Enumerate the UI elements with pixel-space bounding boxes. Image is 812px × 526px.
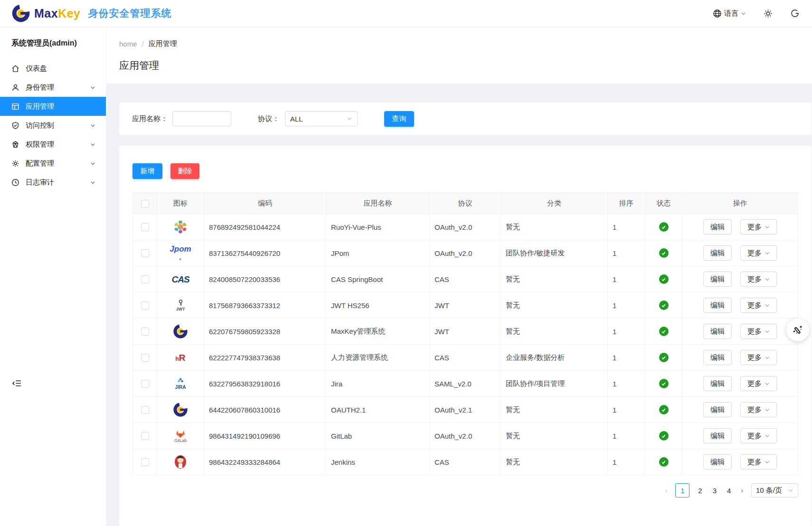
- app-name: OAUTH2.1: [326, 397, 430, 423]
- app-name: RuoYi-Vue-Plus: [326, 214, 430, 240]
- page-size-value: 10 条/页: [756, 486, 782, 495]
- app-protocol: CAS: [430, 266, 501, 292]
- sidebar-item-label: 配置管理: [26, 159, 54, 168]
- app-code: 876892492581044224: [204, 214, 326, 240]
- app-code: 986432249333284864: [204, 449, 326, 475]
- more-button[interactable]: 更多: [740, 350, 777, 365]
- row-checkbox[interactable]: [141, 458, 149, 466]
- more-button[interactable]: 更多: [740, 245, 777, 261]
- gear-icon: [11, 160, 19, 168]
- app-code: 622227747938373638: [204, 345, 326, 371]
- col-header-status: 状态: [645, 193, 682, 214]
- col-header-name: 应用名称: [326, 193, 430, 214]
- sidebar-item-label: 日志审计: [26, 178, 54, 187]
- breadcrumb-home-link[interactable]: home: [119, 40, 137, 48]
- breadcrumb: home / 应用管理: [119, 39, 812, 48]
- app-sort: 1: [608, 319, 645, 345]
- more-button[interactable]: 更多: [740, 376, 777, 391]
- more-button[interactable]: 更多: [740, 219, 777, 235]
- settings-button[interactable]: [763, 9, 773, 19]
- app-code: 622076759805923328: [204, 319, 326, 345]
- sidebar-item-label: 身份管理: [26, 83, 54, 92]
- row-checkbox[interactable]: [141, 223, 149, 231]
- app-protocol: OAuth_v2.1: [430, 397, 501, 423]
- edit-button[interactable]: 编辑: [703, 324, 732, 339]
- app-category: 暂无: [501, 319, 608, 345]
- app-sort: 1: [608, 292, 645, 319]
- app-category: 暂无: [501, 449, 608, 475]
- brand-name: MaxKey: [34, 7, 81, 20]
- sidebar-item-dashboard[interactable]: 仪表盘: [0, 59, 106, 78]
- chevron-down-icon: [90, 85, 95, 90]
- app-name: MaxKey管理系统: [326, 319, 430, 345]
- row-checkbox[interactable]: [141, 432, 149, 440]
- sidebar-item-applications[interactable]: 应用管理: [0, 97, 106, 116]
- col-header-actions: 操作: [682, 193, 798, 214]
- jenkins-logo: [174, 454, 187, 470]
- prev-page-button[interactable]: ‹: [664, 487, 669, 494]
- row-checkbox[interactable]: [141, 301, 149, 310]
- app-sort: 1: [608, 371, 645, 397]
- page-button-3[interactable]: 3: [711, 487, 718, 495]
- edit-button[interactable]: 编辑: [703, 350, 732, 365]
- logout-button[interactable]: [790, 9, 800, 18]
- sidebar-item-identity[interactable]: 身份管理: [0, 78, 106, 97]
- more-button[interactable]: 更多: [740, 272, 777, 287]
- row-checkbox[interactable]: [141, 406, 149, 414]
- app-table-card: 新增 删除 图标 编码 应用名称: [119, 146, 812, 526]
- app-name: JPom: [326, 240, 430, 266]
- edit-button[interactable]: 编辑: [703, 454, 732, 470]
- add-button[interactable]: 新增: [132, 163, 162, 179]
- app-code: 632279563832918016: [204, 371, 326, 397]
- filter-bar: 应用名称： 协议： ALL 查询: [119, 103, 812, 135]
- edit-button[interactable]: 编辑: [703, 402, 732, 417]
- edit-button[interactable]: 编辑: [703, 298, 732, 313]
- sidebar-item-permissions[interactable]: 权限管理: [0, 135, 106, 154]
- table-row: JWT 817568793663373312 JWT HS256 JWT 暂无 …: [133, 292, 798, 319]
- sidebar-item-audit[interactable]: 日志审计: [0, 173, 106, 192]
- delete-button[interactable]: 删除: [170, 163, 199, 179]
- status-enabled-icon: [659, 379, 669, 388]
- protocol-select[interactable]: ALL: [285, 111, 358, 126]
- sidebar-item-label: 仪表盘: [26, 64, 47, 73]
- menu-fold-icon[interactable]: [12, 378, 22, 388]
- page-button-1[interactable]: 1: [675, 483, 689, 498]
- page-size-select[interactable]: 10 条/页: [751, 483, 798, 498]
- theme-tool-button[interactable]: [786, 319, 809, 341]
- next-page-button[interactable]: ›: [739, 487, 745, 494]
- row-checkbox[interactable]: [141, 354, 149, 362]
- admin-label: 系统管理员(admin): [0, 27, 106, 48]
- chevron-down-icon: [90, 180, 95, 185]
- maxkey-logo-icon: [11, 4, 30, 23]
- col-header-category: 分类: [501, 193, 608, 214]
- app-sort: 1: [608, 449, 645, 475]
- page-button-4[interactable]: 4: [725, 487, 733, 495]
- edit-button[interactable]: 编辑: [703, 272, 732, 287]
- edit-button[interactable]: 编辑: [703, 219, 732, 235]
- table-row: 622076759805923328 MaxKey管理系统 JWT 暂无 1 编…: [133, 319, 798, 345]
- status-enabled-icon: [659, 431, 669, 441]
- more-button[interactable]: 更多: [740, 402, 777, 417]
- select-all-checkbox[interactable]: [141, 200, 149, 208]
- page-button-2[interactable]: 2: [696, 487, 704, 495]
- language-switcher[interactable]: 语言: [713, 9, 746, 18]
- status-enabled-icon: [659, 353, 669, 362]
- chevron-down-icon: [90, 161, 95, 166]
- more-button[interactable]: 更多: [740, 428, 777, 443]
- app-name-input[interactable]: [172, 111, 231, 126]
- more-button[interactable]: 更多: [740, 454, 777, 470]
- more-button[interactable]: 更多: [740, 324, 777, 339]
- edit-button[interactable]: 编辑: [703, 245, 732, 261]
- sidebar-item-configuration[interactable]: 配置管理: [0, 154, 106, 173]
- jwt-logo: JWT: [176, 299, 185, 311]
- row-checkbox[interactable]: [141, 328, 149, 336]
- edit-button[interactable]: 编辑: [703, 376, 732, 391]
- row-checkbox[interactable]: [141, 275, 149, 283]
- sidebar-item-access-control[interactable]: 访问控制: [0, 116, 106, 135]
- search-button[interactable]: 查询: [384, 111, 414, 127]
- more-button[interactable]: 更多: [740, 298, 777, 313]
- row-checkbox[interactable]: [141, 380, 149, 388]
- row-checkbox[interactable]: [141, 249, 149, 257]
- chevron-down-icon: [765, 460, 770, 465]
- edit-button[interactable]: 编辑: [703, 428, 732, 443]
